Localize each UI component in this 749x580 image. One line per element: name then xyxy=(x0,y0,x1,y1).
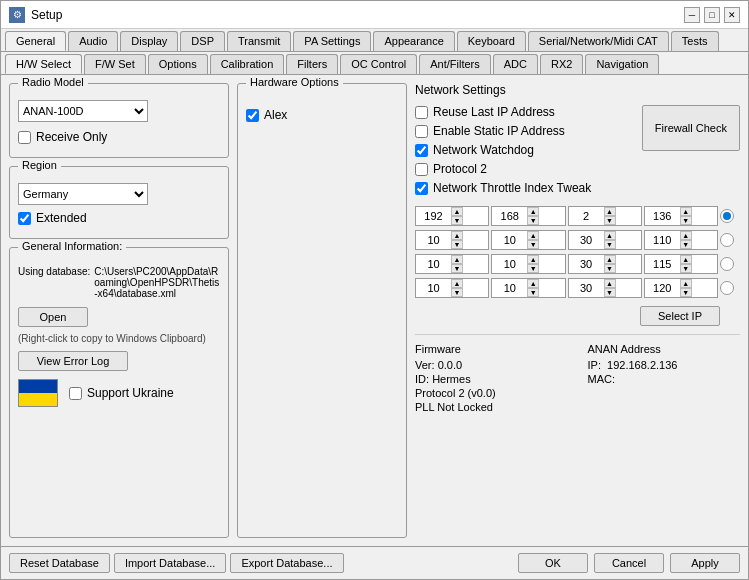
ip-input-1-2[interactable] xyxy=(569,234,604,246)
ip-radio-2[interactable] xyxy=(720,257,734,271)
spin-down-0-2[interactable]: ▼ xyxy=(604,216,616,225)
tab-calibration[interactable]: Calibration xyxy=(210,54,285,74)
spin-down-2-3[interactable]: ▼ xyxy=(680,264,692,273)
close-button[interactable]: ✕ xyxy=(724,7,740,23)
minimize-button[interactable]: ─ xyxy=(684,7,700,23)
view-error-log-button[interactable]: View Error Log xyxy=(18,351,128,371)
protocol2-checkbox[interactable] xyxy=(415,163,428,176)
ip-input-3-2[interactable] xyxy=(569,282,604,294)
spin-down-1-3[interactable]: ▼ xyxy=(680,240,692,249)
tab-adc[interactable]: ADC xyxy=(493,54,538,74)
spin-down-3-0[interactable]: ▼ xyxy=(451,288,463,297)
tab-hw-select[interactable]: H/W Select xyxy=(5,54,82,74)
firewall-check-button[interactable]: Firewall Check xyxy=(642,105,740,151)
ok-button[interactable]: OK xyxy=(518,553,588,573)
receive-only-checkbox[interactable] xyxy=(18,131,31,144)
spin-down-0-3[interactable]: ▼ xyxy=(680,216,692,225)
tab-keyboard[interactable]: Keyboard xyxy=(457,31,526,51)
region-label: Region xyxy=(18,159,61,171)
spin-up-2-2[interactable]: ▲ xyxy=(604,255,616,264)
ip-field-2-2: ▲ ▼ xyxy=(568,254,642,274)
network-throttle-checkbox[interactable] xyxy=(415,182,428,195)
tab-fw-set[interactable]: F/W Set xyxy=(84,54,146,74)
using-db-label: Using database: xyxy=(18,266,90,277)
spin-down-3-2[interactable]: ▼ xyxy=(604,288,616,297)
ip-input-2-0[interactable] xyxy=(416,258,451,270)
tab-serial-network[interactable]: Serial/Network/Midi CAT xyxy=(528,31,669,51)
tab-transmit[interactable]: Transmit xyxy=(227,31,291,51)
ip-input-3-3[interactable] xyxy=(645,282,680,294)
ip-radio-0[interactable] xyxy=(720,209,734,223)
spin-up-0-2[interactable]: ▲ xyxy=(604,207,616,216)
tab-rx2[interactable]: RX2 xyxy=(540,54,583,74)
static-ip-checkbox[interactable] xyxy=(415,125,428,138)
ip-input-2-1[interactable] xyxy=(492,258,527,270)
spin-down-0-1[interactable]: ▼ xyxy=(527,216,539,225)
tab-pa-settings[interactable]: PA Settings xyxy=(293,31,371,51)
spin-up-3-1[interactable]: ▲ xyxy=(527,279,539,288)
spin-down-1-0[interactable]: ▼ xyxy=(451,240,463,249)
tab-appearance[interactable]: Appearance xyxy=(373,31,454,51)
tab-filters[interactable]: Filters xyxy=(286,54,338,74)
spin-down-2-2[interactable]: ▼ xyxy=(604,264,616,273)
tab-display[interactable]: Display xyxy=(120,31,178,51)
spin-up-1-3[interactable]: ▲ xyxy=(680,231,692,240)
maximize-button[interactable]: □ xyxy=(704,7,720,23)
ip-input-0-0[interactable] xyxy=(416,210,451,222)
ip-input-1-3[interactable] xyxy=(645,234,680,246)
cancel-button[interactable]: Cancel xyxy=(594,553,664,573)
ip-input-0-3[interactable] xyxy=(645,210,680,222)
spin-down-0-0[interactable]: ▼ xyxy=(451,216,463,225)
export-database-button[interactable]: Export Database... xyxy=(230,553,343,573)
extended-checkbox[interactable] xyxy=(18,212,31,225)
spin-up-1-1[interactable]: ▲ xyxy=(527,231,539,240)
ip-input-1-1[interactable] xyxy=(492,234,527,246)
region-select[interactable]: Germany USA xyxy=(18,183,148,205)
tab-oc-control[interactable]: OC Control xyxy=(340,54,417,74)
tab-general[interactable]: General xyxy=(5,31,66,51)
ip-input-3-1[interactable] xyxy=(492,282,527,294)
spin-up-0-3[interactable]: ▲ xyxy=(680,207,692,216)
reset-database-button[interactable]: Reset Database xyxy=(9,553,110,573)
spin-up-2-3[interactable]: ▲ xyxy=(680,255,692,264)
spin-down-2-1[interactable]: ▼ xyxy=(527,264,539,273)
network-watchdog-checkbox[interactable] xyxy=(415,144,428,157)
radio-model-select[interactable]: ANAN-100D ANAN-200D xyxy=(18,100,148,122)
spin-up-3-3[interactable]: ▲ xyxy=(680,279,692,288)
ip-input-2-2[interactable] xyxy=(569,258,604,270)
spin-up-0-0[interactable]: ▲ xyxy=(451,207,463,216)
open-button[interactable]: Open xyxy=(18,307,88,327)
ip-input-3-0[interactable] xyxy=(416,282,451,294)
support-ukraine-checkbox[interactable] xyxy=(69,387,82,400)
spin-up-1-0[interactable]: ▲ xyxy=(451,231,463,240)
tab-tests[interactable]: Tests xyxy=(671,31,719,51)
tab-dsp[interactable]: DSP xyxy=(180,31,225,51)
ip-input-2-3[interactable] xyxy=(645,258,680,270)
spin-down-3-3[interactable]: ▼ xyxy=(680,288,692,297)
spin-down-1-1[interactable]: ▼ xyxy=(527,240,539,249)
spin-up-2-1[interactable]: ▲ xyxy=(527,255,539,264)
tab-options[interactable]: Options xyxy=(148,54,208,74)
spin-up-0-1[interactable]: ▲ xyxy=(527,207,539,216)
spin-up-1-2[interactable]: ▲ xyxy=(604,231,616,240)
spin-down-2-0[interactable]: ▼ xyxy=(451,264,463,273)
anan-address: ANAN Address IP: 192.168.2.136 MAC: xyxy=(588,343,741,415)
spin-up-3-0[interactable]: ▲ xyxy=(451,279,463,288)
spin-down-1-2[interactable]: ▼ xyxy=(604,240,616,249)
import-database-button[interactable]: Import Database... xyxy=(114,553,227,573)
select-ip-button[interactable]: Select IP xyxy=(640,306,720,326)
ip-radio-1[interactable] xyxy=(720,233,734,247)
tab-audio[interactable]: Audio xyxy=(68,31,118,51)
tab-navigation[interactable]: Navigation xyxy=(585,54,659,74)
ip-input-0-2[interactable] xyxy=(569,210,604,222)
apply-button[interactable]: Apply xyxy=(670,553,740,573)
ip-radio-3[interactable] xyxy=(720,281,734,295)
tab-ant-filters[interactable]: Ant/Filters xyxy=(419,54,491,74)
alex-checkbox[interactable] xyxy=(246,109,259,122)
spin-down-3-1[interactable]: ▼ xyxy=(527,288,539,297)
reuse-ip-checkbox[interactable] xyxy=(415,106,428,119)
ip-input-0-1[interactable] xyxy=(492,210,527,222)
spin-up-3-2[interactable]: ▲ xyxy=(604,279,616,288)
spin-up-2-0[interactable]: ▲ xyxy=(451,255,463,264)
ip-input-1-0[interactable] xyxy=(416,234,451,246)
